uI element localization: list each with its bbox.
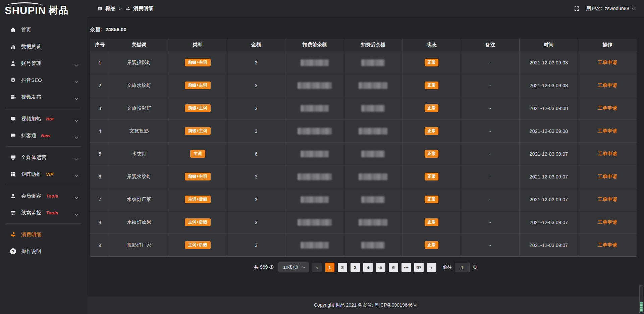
cell-action: 工单申请 bbox=[578, 97, 637, 120]
main-content: 余额: 24856.00 序号关键词类型金额扣费前余额扣费后余额状态备注时间操作… bbox=[87, 17, 644, 314]
masked-balance-before bbox=[298, 82, 332, 89]
cell-balance-before bbox=[285, 120, 344, 143]
sidebar-item-11[interactable]: 消费明细 bbox=[0, 226, 87, 243]
member-icon bbox=[10, 193, 16, 199]
image-icon bbox=[97, 6, 102, 11]
table-row: 1景观投影灯前缀+主词3正常-2021-12-03 09:08工单申请 bbox=[90, 51, 637, 74]
cell-no: 2 bbox=[90, 74, 110, 97]
sidebar-item-1[interactable]: 数据总览 bbox=[0, 38, 87, 55]
chevron-down-icon bbox=[74, 117, 78, 120]
sliders-icon bbox=[10, 210, 16, 216]
cell-remark: - bbox=[461, 165, 520, 188]
column-header: 扣费前余额 bbox=[285, 39, 344, 51]
cell-no: 1 bbox=[90, 51, 110, 74]
display-icon bbox=[10, 154, 16, 160]
sidebar-item-label: 操作说明 bbox=[21, 248, 41, 255]
page-button-4[interactable]: 4 bbox=[363, 263, 373, 272]
column-header: 类型 bbox=[168, 39, 227, 51]
cell-time: 2021-12-03 09:08 bbox=[520, 74, 578, 97]
cell-keyword: 景观水纹灯 bbox=[110, 165, 168, 188]
goto-page-input[interactable]: 1 bbox=[455, 263, 470, 272]
balance-value: 24856.00 bbox=[105, 27, 126, 32]
sidebar-item-5[interactable]: 视频加热Hot bbox=[0, 110, 87, 127]
cell-status: 正常 bbox=[402, 74, 461, 97]
scrollbar-track[interactable] bbox=[639, 285, 643, 313]
sidebar-item-label: 数据总览 bbox=[21, 44, 41, 50]
cell-type: 前缀+主词 bbox=[168, 51, 227, 74]
cell-keyword: 水纹灯厂家 bbox=[110, 188, 168, 211]
sidebar-item-0[interactable]: 首页 bbox=[0, 21, 87, 38]
prev-page-button[interactable]: ‹ bbox=[312, 263, 322, 272]
page-button-6[interactable]: 6 bbox=[389, 263, 398, 272]
footer: Copyright 树品 2021 备案号: 粤ICP备09019646号 bbox=[87, 297, 644, 314]
cell-remark: - bbox=[461, 51, 520, 74]
goto-label: 前往 bbox=[442, 264, 452, 270]
sidebar-item-2[interactable]: 账号管理 bbox=[0, 55, 87, 72]
cell-time: 2021-12-03 09:07 bbox=[520, 143, 578, 165]
work-order-link[interactable]: 工单申请 bbox=[598, 82, 617, 89]
work-order-link[interactable]: 工单申请 bbox=[598, 242, 617, 248]
username-value: zswodun88 bbox=[605, 6, 629, 11]
page-button-2[interactable]: 2 bbox=[338, 263, 347, 272]
cell-remark: - bbox=[461, 211, 520, 234]
sidebar-item-3[interactable]: 抖音SEO bbox=[0, 72, 87, 89]
chevron-down-icon bbox=[74, 62, 78, 65]
cell-type: 前缀+主词 bbox=[168, 74, 227, 97]
cell-no: 7 bbox=[90, 188, 110, 211]
page-button-3[interactable]: 3 bbox=[351, 263, 360, 272]
cell-balance-before bbox=[285, 188, 344, 211]
sidebar-item-9[interactable]: 会员爆客Tools bbox=[0, 188, 87, 204]
fullscreen-icon[interactable] bbox=[574, 6, 580, 11]
video-camera-icon bbox=[10, 94, 16, 100]
table-row: 2文旅水纹灯前缀+主词3正常-2021-12-03 09:08工单申请 bbox=[90, 74, 637, 97]
page-button-5[interactable]: 5 bbox=[376, 263, 385, 272]
grid-icon bbox=[10, 171, 16, 177]
page-size-select[interactable]: 10条/页 bbox=[278, 262, 309, 272]
cell-amount: 3 bbox=[227, 74, 285, 97]
balance-label: 余额: bbox=[90, 27, 102, 32]
work-order-link[interactable]: 工单申请 bbox=[598, 173, 617, 180]
cell-action: 工单申请 bbox=[578, 211, 637, 234]
cell-status: 正常 bbox=[402, 143, 461, 165]
work-order-link[interactable]: 工单申请 bbox=[598, 196, 617, 203]
sidebar-item-6[interactable]: 抖客通New bbox=[0, 127, 87, 144]
masked-balance-after bbox=[361, 105, 385, 112]
work-order-link[interactable]: 工单申请 bbox=[598, 59, 617, 66]
sidebar-item-badge: Tools bbox=[46, 194, 58, 199]
copyright-text: Copyright 树品 2021 备案号: 粤ICP备09019646号 bbox=[314, 302, 417, 308]
work-order-link[interactable]: 工单申请 bbox=[598, 151, 617, 157]
scrollbar-thumb[interactable] bbox=[640, 302, 643, 312]
next-page-button[interactable]: › bbox=[427, 263, 436, 272]
sidebar-item-12[interactable]: ?操作说明 bbox=[0, 243, 87, 260]
chevron-down-icon bbox=[632, 7, 635, 10]
consume-icon bbox=[125, 6, 130, 11]
home-icon bbox=[10, 27, 16, 33]
page-button-97[interactable]: 97 bbox=[414, 263, 424, 272]
cell-amount: 3 bbox=[227, 165, 285, 188]
work-order-link[interactable]: 工单申请 bbox=[598, 128, 617, 134]
masked-balance-after bbox=[361, 59, 385, 66]
cell-keyword: 水纹灯 bbox=[110, 143, 168, 165]
sidebar-item-4[interactable]: 视频发布 bbox=[0, 89, 87, 105]
work-order-link[interactable]: 工单申请 bbox=[598, 219, 617, 225]
user-menu[interactable]: 用户名: zswodun88 bbox=[586, 5, 635, 12]
work-order-link[interactable]: 工单申请 bbox=[598, 105, 617, 111]
masked-balance-after bbox=[361, 242, 385, 249]
page-button-1[interactable]: 1 bbox=[325, 263, 334, 272]
table-body: 1景观投影灯前缀+主词3正常-2021-12-03 09:08工单申请2文旅水纹… bbox=[90, 51, 637, 257]
cell-remark: - bbox=[461, 97, 520, 120]
column-header: 金额 bbox=[227, 39, 285, 51]
balance: 余额: 24856.00 bbox=[90, 27, 644, 33]
sidebar-divider bbox=[6, 108, 81, 108]
more-pages-button[interactable]: ••• bbox=[401, 263, 411, 272]
status-badge: 正常 bbox=[425, 104, 438, 112]
sidebar-item-8[interactable]: 矩阵助推VIP bbox=[0, 166, 87, 182]
masked-balance-after bbox=[361, 196, 385, 203]
sidebar-item-7[interactable]: 全媒体运营 bbox=[0, 149, 87, 166]
type-badge: 主词+后缀 bbox=[185, 241, 211, 249]
breadcrumb-home[interactable]: 树品 bbox=[105, 5, 115, 12]
table-row: 8水纹灯效果主词+后缀3正常-2021-12-03 09:07工单申请 bbox=[90, 211, 637, 234]
table-row: 4文旅投影前缀+主词3正常-2021-12-03 09:08工单申请 bbox=[90, 120, 637, 143]
cell-time: 2021-12-03 09:07 bbox=[520, 211, 578, 234]
sidebar-item-10[interactable]: 线索监控Tools bbox=[0, 204, 87, 221]
